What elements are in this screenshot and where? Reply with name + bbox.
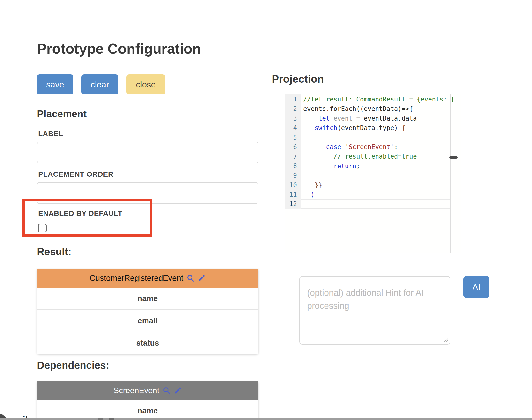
code-line	[303, 171, 455, 180]
dependencies-heading: Dependencies:	[37, 360, 109, 371]
placement-order-field-label: PLACEMENT ORDER	[38, 170, 113, 178]
code-line: )	[303, 190, 455, 199]
result-row: name	[37, 287, 258, 309]
enabled-by-default-label: ENABLED BY DEFAULT	[38, 209, 122, 217]
label-input[interactable]	[37, 142, 258, 163]
code-line: events.forEach((eventData)=>{	[303, 104, 455, 114]
code-line: //let result: CommandResult = {events: [	[303, 95, 455, 104]
save-button[interactable]: save	[37, 75, 73, 94]
line-number: 3	[285, 114, 301, 123]
line-number: 1	[285, 95, 301, 104]
result-table: CustomerRegisteredEvent nameemailstatus	[37, 269, 258, 354]
label-field-label: LABEL	[38, 130, 63, 138]
line-number: 2	[285, 104, 301, 114]
dependency-row: name	[37, 400, 258, 420]
code-line	[303, 199, 455, 209]
line-number: 11	[285, 190, 301, 199]
projection-heading: Projection	[272, 73, 324, 85]
placement-heading: Placement	[37, 108, 87, 120]
line-number: 9	[285, 171, 301, 180]
ai-button[interactable]: AI	[463, 276, 489, 298]
search-icon[interactable]	[163, 387, 171, 394]
result-heading: Result:	[37, 246, 71, 258]
code-line: switch(eventData.type) {	[303, 123, 455, 133]
code-line: let event = eventData.data	[303, 114, 455, 123]
dependencies-table-rows: name	[37, 400, 258, 420]
line-number: 12	[285, 199, 301, 209]
line-number: 10	[285, 180, 301, 190]
toolbar: save clear close	[37, 75, 165, 94]
ai-hint-field	[299, 276, 450, 345]
dependencies-table: ScreenEvent name	[37, 381, 258, 420]
edit-pencil-icon[interactable]	[174, 387, 182, 394]
line-number-gutter: 123456789101112	[285, 94, 301, 209]
page-title: Prototype Configuration	[37, 41, 201, 57]
line-number: 8	[285, 161, 301, 171]
code-line: }}	[303, 180, 455, 190]
result-row: email	[37, 309, 258, 331]
result-table-header: CustomerRegisteredEvent	[37, 269, 258, 287]
prototype-configuration-page: Prototype Configuration save clear close…	[0, 0, 532, 420]
code-content: //let result: CommandResult = {events: […	[303, 95, 455, 209]
clear-button[interactable]: clear	[81, 75, 118, 94]
bottom-scrollbar[interactable]	[0, 418, 532, 420]
scrollbar-thumb[interactable]	[449, 156, 457, 159]
line-number: 4	[285, 123, 301, 133]
close-button[interactable]: close	[126, 75, 165, 94]
enabled-by-default-checkbox[interactable]	[38, 224, 47, 232]
code-line: // result.enabled=true	[303, 152, 455, 161]
code-editor[interactable]: 123456789101112 //let result: CommandRes…	[285, 94, 461, 253]
dependencies-table-header: ScreenEvent	[37, 381, 258, 400]
search-icon[interactable]	[187, 274, 194, 282]
dependencies-table-title: ScreenEvent	[114, 386, 159, 395]
result-row: status	[37, 331, 258, 354]
code-line: return;	[303, 161, 455, 171]
code-line	[303, 133, 455, 142]
ai-hint-input[interactable]	[299, 276, 450, 345]
line-number: 5	[285, 133, 301, 142]
line-number: 7	[285, 152, 301, 161]
edit-pencil-icon[interactable]	[198, 274, 205, 282]
print-margin-ruler	[450, 94, 451, 253]
result-table-rows: nameemailstatus	[37, 287, 258, 354]
code-line: case 'ScreenEvent':	[303, 142, 455, 152]
result-table-title: CustomerRegisteredEvent	[90, 273, 183, 283]
line-number: 6	[285, 142, 301, 152]
